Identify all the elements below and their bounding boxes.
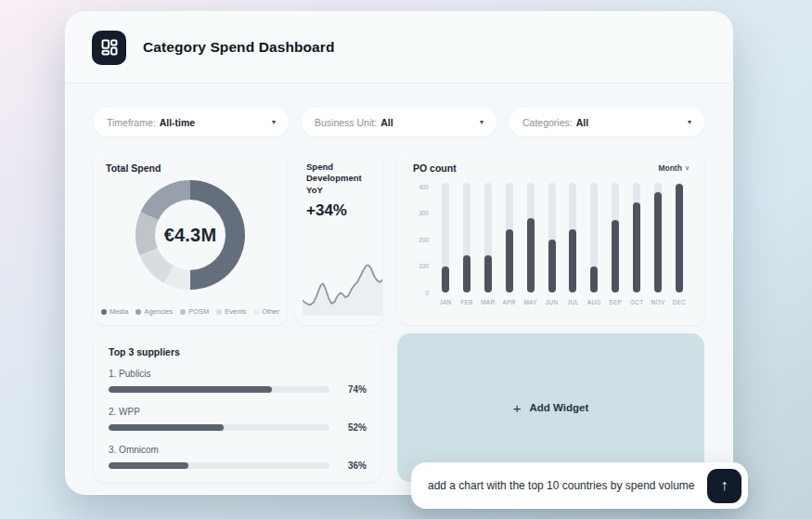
po-bar-nov: NOV [651,183,664,305]
caret-down-icon: ▾ [688,118,691,126]
legend-item-events: Events [216,307,246,316]
filter-pill-1[interactable]: Business Unit:All▾ [302,108,496,136]
donut-legend: MediaAgenciesPOSMEventsOther [94,307,287,316]
spend-development-card: Spend Development YoY +34% [295,150,382,325]
caret-down-icon: ▾ [272,118,276,126]
po-count-title: PO count [413,162,457,174]
top-suppliers-title: Top 3 suppliers [109,346,367,357]
po-bar-feb: FEB [460,183,473,305]
chat-input[interactable] [428,479,707,492]
total-spend-title: Total Spend [106,162,275,174]
po-bar-sep: SEP [609,183,622,305]
send-button[interactable]: ↑ [707,469,741,503]
filter-pill-2[interactable]: Categories:All▾ [509,108,704,136]
chat-bar: ↑ [411,462,748,509]
po-bar-jul: JUL [566,183,579,305]
dashboard-window: Category Spend Dashboard Timeframe:All-t… [65,11,733,495]
supplier-rows: 1. Publicis74%2. WPP52%3. Omnicom36% [109,369,367,471]
spend-development-title: Spend Development YoY [306,162,371,196]
month-selector[interactable]: Month ∨ [658,163,690,173]
po-count-card: PO count Month ∨ 0100200300400 JANFEBMAR… [398,150,704,325]
spend-development-sparkline [303,256,382,316]
po-bar-mar: MAR [482,183,495,305]
po-bar-aug: AUG [587,183,600,305]
add-widget-label: Add Widget [529,402,588,413]
po-count-bars: JANFEBMARAPRMAYJUNJULAUGSEPOCTNOVDEC [435,183,690,305]
po-bar-apr: APR [503,183,516,305]
page-title: Category Spend Dashboard [143,39,335,56]
top-suppliers-card: Top 3 suppliers 1. Publicis74%2. WPP52%3… [94,333,381,482]
dashboard-grid-icon [92,31,126,65]
window-header: Category Spend Dashboard [66,12,732,84]
plus-icon: + [513,401,522,415]
dashboard-content: Timeframe:All-time▾Business Unit:All▾Cat… [66,84,732,482]
po-bar-jun: JUN [546,183,559,305]
filter-pill-0[interactable]: Timeframe:All-time▾ [94,108,289,136]
po-bar-may: MAY [524,183,537,305]
po-bar-oct: OCT [630,183,643,305]
total-spend-card: Total Spend €4.3M MediaAgenciesPOSMEvent… [94,150,287,325]
supplier-row-3: 3. Omnicom36% [109,445,367,471]
po-count-y-axis: 0100200300400 [413,183,435,292]
total-spend-donut-chart[interactable]: €4.3M [135,180,245,290]
chevron-down-icon: ∨ [685,164,690,172]
legend-item-posm: POSM [180,307,209,316]
total-spend-value: €4.3M [135,180,245,290]
legend-item-agencies: Agencies [135,307,173,316]
po-count-chart: 0100200300400 JANFEBMARAPRMAYJUNJULAUGSE… [413,183,690,305]
po-bar-dec: DEC [673,183,686,305]
add-widget-button[interactable]: + Add Widget [397,333,704,482]
supplier-row-1: 1. Publicis74% [109,369,367,395]
filter-row: Timeframe:All-time▾Business Unit:All▾Cat… [94,108,704,136]
supplier-row-2: 2. WPP52% [109,407,367,433]
legend-item-other: Other [253,307,279,316]
legend-item-media: Media [101,307,128,316]
caret-down-icon: ▾ [480,118,483,126]
spend-development-value: +34% [306,201,371,220]
arrow-up-icon: ↑ [721,477,728,494]
po-bar-jan: JAN [439,183,452,305]
